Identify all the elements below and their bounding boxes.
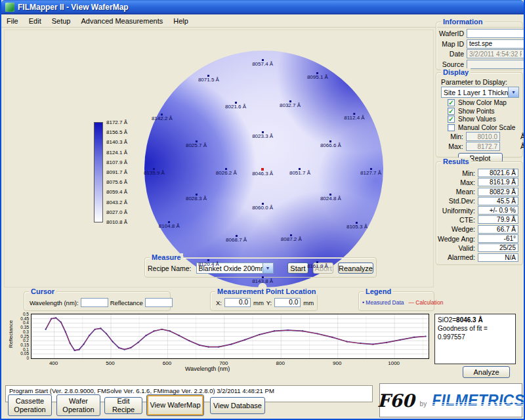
- wafer-point-value: 8112.4 Å: [344, 115, 364, 121]
- wafer-point[interactable]: 8112.4 Å: [344, 113, 364, 121]
- color-scale: 8172.7 Å8156.5 Å8140.3 Å8124.1 Å8107.9 Å…: [94, 122, 140, 227]
- wafer-point-value: 8161.9 Å: [307, 263, 328, 269]
- color-scale-label: 8140.3 Å: [106, 139, 127, 145]
- legend-measured-label: Measured Data: [366, 299, 404, 306]
- wafer-point[interactable]: 8087.2 Å: [281, 234, 302, 242]
- title-bar[interactable]: FILMapper II - View WaferMap: [1, 0, 524, 14]
- wafer-point-selected[interactable]: 8046.3 Å: [252, 168, 273, 177]
- cursor-reflectance-input[interactable]: [145, 298, 173, 307]
- mpl-y-value: 0.0: [274, 298, 301, 307]
- wafer-point[interactable]: 8071.5 Å: [198, 75, 219, 83]
- start-button[interactable]: Start: [287, 262, 309, 274]
- wafer-point[interactable]: 8025.7 Å: [186, 140, 207, 148]
- wafer-point[interactable]: 8161.9 Å: [307, 261, 328, 269]
- manual-color-scale-checkbox[interactable]: [448, 124, 455, 131]
- wafer-point[interactable]: 8032.7 Å: [280, 100, 301, 108]
- color-scale-label: 8172.7 Å: [106, 119, 127, 125]
- measurement-point-group: Measurement Point Location X: 0.0 mm Y: …: [210, 291, 318, 311]
- wafer-point[interactable]: 8095.1 Å: [307, 72, 328, 80]
- results-group-title: Results: [441, 158, 471, 165]
- reanalyze-button[interactable]: Reanalyze: [338, 262, 373, 274]
- result-wedge-ang-label: Wedge Ang:: [438, 235, 475, 243]
- wafer-point[interactable]: 8135.9 Å: [144, 168, 165, 176]
- map-id-label: Map ID: [438, 40, 464, 48]
- wafer-point[interactable]: 8023.3 Å: [252, 131, 273, 139]
- show-points-row[interactable]: Show Points: [448, 108, 519, 116]
- spectrum-plot[interactable]: [31, 314, 429, 359]
- wafer-point[interactable]: 8143.8 Å: [252, 276, 273, 284]
- wafer-point[interactable]: 8142.2 Å: [152, 114, 173, 121]
- wafer-point[interactable]: 8026.2 Å: [216, 168, 237, 176]
- wafer-point[interactable]: 8068.7 Å: [226, 235, 247, 243]
- date-field: [467, 49, 524, 58]
- analyze-button[interactable]: Analyze: [463, 366, 510, 378]
- wafer-point[interactable]: 8060.0 Å: [252, 203, 273, 211]
- wafer-point[interactable]: 8066.6 Å: [320, 140, 341, 148]
- show-values-checkbox[interactable]: [448, 116, 455, 123]
- mpl-x-value: 0.0: [224, 298, 251, 307]
- legend-calculation-label: Calculation: [415, 299, 443, 306]
- cursor-reflectance-label: Reflectance: [110, 299, 143, 306]
- wafer-id-input[interactable]: [467, 29, 524, 38]
- show-values-label: Show Values: [458, 116, 496, 123]
- x-axis-title: Wavelength (nm): [185, 366, 230, 372]
- wafer-point[interactable]: 8028.3 Å: [186, 194, 207, 201]
- chevron-down-icon[interactable]: ▼: [262, 263, 273, 273]
- measurement-point-group-title: Measurement Point Location: [215, 287, 318, 295]
- wafer-point[interactable]: 8120.4 Å: [198, 259, 219, 267]
- menu-setup[interactable]: Setup: [47, 16, 76, 26]
- app-icon: [5, 3, 14, 12]
- date-label: Date: [438, 50, 464, 58]
- parameter-select[interactable]: Site 1 Layer 1 Thickness ▼: [441, 87, 519, 98]
- wafer-panel: 8172.7 Å8156.5 Å8140.3 Å8124.1 Å8107.9 Å…: [4, 30, 434, 287]
- view-database-button[interactable]: View Database: [210, 397, 265, 414]
- window-title: FILMapper II - View WaferMap: [18, 3, 129, 12]
- result-uniformity-label: Uniformity:: [438, 207, 475, 215]
- y-axis-tick: 0.15: [16, 343, 29, 347]
- color-scale-bar: [94, 122, 103, 222]
- wafer-point[interactable]: 8105.3 Å: [346, 222, 368, 230]
- menu-edit[interactable]: Edit: [24, 16, 47, 26]
- show-points-checkbox[interactable]: [448, 108, 455, 115]
- wafer-point[interactable]: 8127.7 Å: [360, 168, 381, 176]
- wafer-point[interactable]: 8104.8 Å: [159, 221, 180, 229]
- wafer-point[interactable]: 8051.7 Å: [289, 168, 310, 176]
- results-group: Results Min:8021.6 Å Max:8161.9 Å Mean:8…: [436, 161, 523, 265]
- wafer-point[interactable]: 8057.4 Å: [252, 59, 273, 67]
- wafer-point-value: 8032.7 Å: [280, 102, 301, 108]
- show-color-map-checkbox[interactable]: [448, 99, 455, 106]
- menu-help[interactable]: Help: [168, 16, 194, 26]
- edit-recipe-button[interactable]: Edit Recipe: [104, 397, 142, 414]
- wafer-map[interactable]: 8057.4 Å8071.5 Å8095.1 Å8021.6 Å8032.7 Å…: [144, 51, 383, 287]
- y-axis-tick: 0.1: [16, 347, 29, 352]
- color-scale-label: 8091.7 Å: [106, 169, 127, 175]
- result-alarmed-label: Alarmed:: [438, 253, 475, 261]
- show-values-row[interactable]: Show Values: [448, 116, 519, 123]
- display-group: Display Parameter to Display: Site 1 Lay…: [436, 72, 523, 158]
- chevron-down-icon[interactable]: ▼: [508, 87, 518, 97]
- manual-max-label: Max:: [441, 142, 463, 150]
- fit-thickness: 8046.3 Å: [456, 316, 483, 324]
- menu-file[interactable]: File: [1, 16, 24, 26]
- cursor-wavelength-input[interactable]: [81, 298, 108, 307]
- mpl-x-label: X:: [216, 299, 222, 306]
- information-group-title: Information: [441, 18, 485, 26]
- wafer-point[interactable]: 8024.8 Å: [320, 194, 341, 201]
- y-axis-tick: 0.45: [16, 316, 29, 321]
- manual-color-scale-row[interactable]: Manual Color Scale: [448, 124, 519, 132]
- menu-advanced-measurements[interactable]: Advanced Measurements: [75, 16, 168, 26]
- view-wafermap-button[interactable]: View WaferMap: [146, 394, 204, 416]
- information-group: Information WaferID Map ID Date Source: [436, 22, 523, 70]
- wafer-point-value: 8142.2 Å: [152, 116, 173, 121]
- wafer-point-value: 8051.7 Å: [289, 170, 310, 176]
- cassette-operation-button[interactable]: Cassette Operation: [8, 394, 52, 416]
- manual-max-unit: Å: [503, 142, 525, 150]
- result-cte-value: 79.9 Å: [478, 215, 518, 224]
- show-color-map-row[interactable]: Show Color Map: [448, 99, 519, 107]
- wafer-point[interactable]: 8021.6 Å: [225, 102, 246, 110]
- map-id-input[interactable]: [467, 39, 524, 49]
- result-alarmed-value: N/A: [478, 253, 518, 262]
- wafer-operation-button[interactable]: Wafer Operation: [56, 394, 100, 416]
- result-valid-value: 25/25: [478, 243, 518, 252]
- wafer-point-value: 8025.7 Å: [186, 142, 207, 148]
